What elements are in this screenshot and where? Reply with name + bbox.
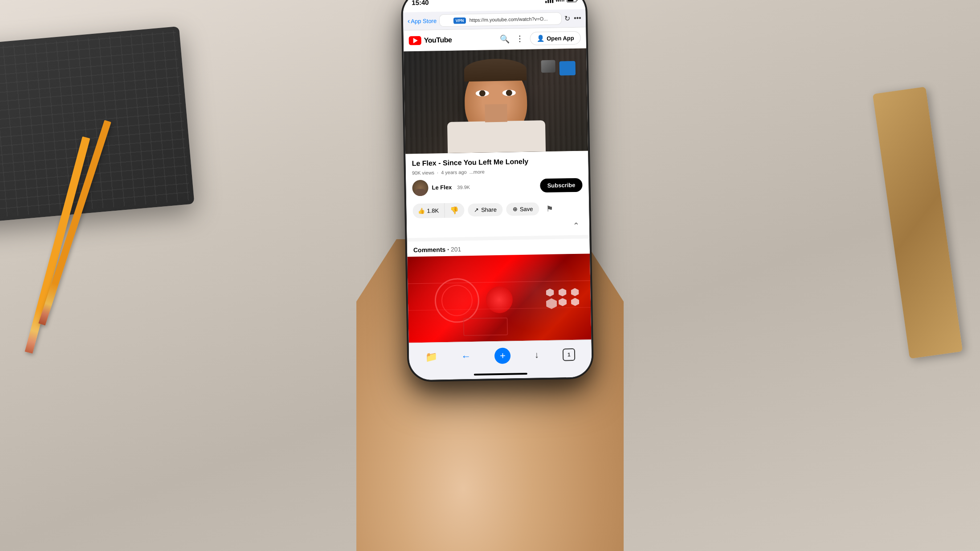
youtube-play-triangle	[413, 38, 418, 43]
video-age: 4 years ago	[441, 169, 467, 175]
comments-section: Comments · 201	[407, 235, 590, 257]
safari-bottom-bar: 📁 ← + ↓ 1	[409, 339, 592, 380]
like-icon: 👍	[418, 208, 425, 214]
tab-count: 1	[568, 351, 571, 358]
tech-line-2	[408, 307, 591, 310]
phone-screen: 15:40 wifi	[403, 0, 592, 380]
reload-button[interactable]: ↻	[564, 14, 570, 23]
youtube-wordmark: YouTube	[424, 36, 452, 45]
back-button[interactable]: ‹ App Store	[408, 16, 437, 25]
open-app-label: Open App	[547, 34, 574, 41]
signal-bars	[545, 0, 553, 3]
files-icon[interactable]: 📁	[425, 351, 437, 363]
subscribe-button[interactable]: Subscribe	[540, 178, 582, 193]
hair	[464, 58, 527, 82]
home-bar	[474, 373, 527, 375]
save-icon: ⊕	[513, 206, 518, 213]
menu-icon[interactable]: ⋮	[516, 34, 524, 44]
person-icon: 👤	[537, 35, 544, 42]
battery-icon	[567, 0, 576, 2]
expand-area: ⌃	[413, 220, 583, 234]
more-link[interactable]: ...more	[469, 169, 484, 175]
like-dislike-group: 👍 1.8K 👎	[412, 203, 464, 219]
back-arrow-icon: ‹	[408, 17, 410, 25]
wifi-icon: wifi	[555, 0, 564, 3]
action-row: 👍 1.8K 👎 ↗ Share	[412, 197, 583, 223]
browser-actions: ↻ •••	[564, 14, 581, 23]
left-pupil	[479, 90, 486, 96]
channel-name[interactable]: Le Flex	[432, 184, 452, 191]
channel-left: Le Flex 39.9K	[412, 179, 470, 196]
status-time: 15:40	[412, 0, 429, 6]
tech-lines	[407, 253, 591, 346]
signal-bar-1	[545, 1, 547, 3]
signal-bar-3	[550, 0, 551, 3]
more-button[interactable]: •••	[574, 14, 581, 22]
dislike-icon: 👎	[450, 207, 459, 214]
shirt	[447, 120, 546, 153]
share-icon: ↗	[474, 207, 479, 213]
youtube-header: YouTube 🔍 ⋮ 👤 Open App	[403, 27, 586, 51]
view-count: 90K views	[412, 170, 434, 176]
right-pupil	[506, 90, 512, 96]
share-button[interactable]: ↗ Share	[468, 203, 503, 216]
comments-label: Comments	[413, 246, 446, 253]
video-title: Le Flex - Since You Left Me Lonely	[412, 156, 582, 168]
youtube-header-actions: 🔍 ⋮ 👤 Open App	[500, 31, 581, 46]
search-icon[interactable]: 🔍	[500, 34, 510, 44]
url-text: https://m.youtube.com/watch?v=O...	[470, 16, 548, 23]
url-bar[interactable]: VPN https://m.youtube.com/watch?v=O...	[439, 12, 562, 27]
back-nav-button[interactable]: ←	[461, 351, 471, 362]
separator: ·	[437, 170, 438, 175]
neck	[485, 104, 507, 122]
save-label: Save	[520, 206, 533, 213]
keyboard	[0, 26, 194, 223]
phone-container: 15:40 wifi	[403, 0, 592, 380]
dislike-button[interactable]: 👎	[444, 203, 465, 218]
like-button[interactable]: 👍 1.8K	[412, 204, 444, 217]
youtube-logo-area: YouTube	[409, 36, 452, 45]
tech-line-1	[408, 280, 590, 284]
status-icons: wifi	[545, 0, 576, 3]
video-info: Le Flex - Since You Left Me Lonely 90K v…	[405, 151, 589, 238]
desktop-icon-folder	[559, 61, 576, 76]
app-store-link: App Store	[411, 17, 437, 24]
flag-button[interactable]: ⚑	[543, 201, 556, 217]
next-video-thumbnail[interactable]	[407, 253, 591, 346]
battery-fill	[568, 0, 573, 1]
vpn-badge: VPN	[453, 17, 466, 24]
download-button[interactable]: ↓	[535, 350, 539, 360]
left-eye	[476, 90, 489, 97]
tab-count-button[interactable]: 1	[563, 348, 575, 361]
video-meta: 90K views · 4 years ago ...more	[412, 167, 582, 176]
share-label: Share	[481, 206, 497, 213]
signal-bar-4	[552, 0, 553, 3]
channel-row: Le Flex 39.9K Subscribe	[412, 177, 583, 196]
right-eye	[502, 90, 516, 96]
signal-bar-2	[547, 0, 549, 3]
channel-avatar[interactable]	[412, 180, 429, 196]
open-app-button[interactable]: 👤 Open App	[530, 31, 581, 45]
safari-toolbar: 📁 ← + ↓ 1	[409, 340, 592, 371]
scene: 15:40 wifi	[0, 0, 980, 551]
tech-box	[463, 317, 508, 336]
new-tab-button[interactable]: +	[494, 347, 511, 364]
save-button[interactable]: ⊕ Save	[506, 203, 539, 216]
expand-button[interactable]: ⌃	[569, 220, 583, 232]
channel-subs: 39.9K	[457, 184, 470, 190]
youtube-logo-icon	[409, 36, 421, 45]
like-count: 1.8K	[427, 208, 439, 214]
desktop-icon-hdd	[541, 60, 555, 73]
comments-count: 201	[451, 245, 461, 253]
browser-bar: ‹ App Store VPN https://m.youtube.com/wa…	[403, 9, 586, 30]
comments-header: Comments · 201	[413, 245, 461, 253]
phone: 15:40 wifi	[403, 0, 592, 380]
video-thumbnail[interactable]	[404, 48, 588, 154]
